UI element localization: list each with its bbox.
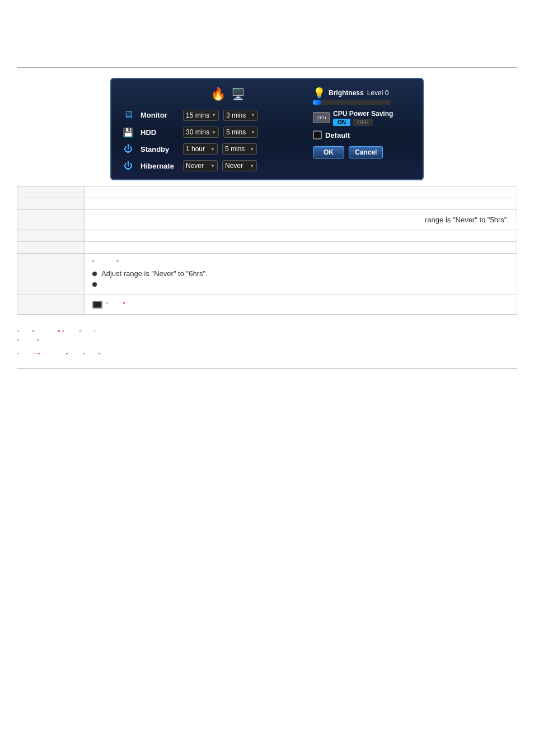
table-row [17, 242, 517, 254]
power-settings-panel: 🔥 🖥️ 🖥 Monitor 15 mins ▼ 3 mins ▼ 💾 [110, 78, 424, 180]
row2-value [85, 198, 517, 210]
power-left-column: 🔥 🖥️ 🖥 Monitor 15 mins ▼ 3 mins ▼ 💾 [120, 87, 302, 171]
monitor-row: 🖥 Monitor 15 mins ▼ 3 mins ▼ [120, 109, 302, 121]
content-table: range is "Never" to "5hrs". " " [17, 186, 517, 315]
bottom-spacer-small [17, 347, 517, 352]
row6-text1 [96, 259, 115, 266]
bullet-item-1: Adjust range is "Never" to "6hrs". [92, 269, 509, 278]
ok-button[interactable]: OK [313, 146, 344, 158]
bottom-line3: " " " " " " [17, 352, 517, 358]
row4-value [85, 230, 517, 242]
cancel-button[interactable]: Cancel [349, 146, 383, 158]
brightness-section: 💡 Brightness Level 0 [313, 87, 414, 105]
row7-value: " " [85, 295, 517, 315]
table-row [17, 230, 517, 242]
monitor-icon: 🖥 [120, 109, 136, 121]
hdd-col2-dropdown[interactable]: 5 mins ▼ [223, 127, 258, 138]
brightness-label: Brightness [329, 89, 364, 97]
standby-col1-arrow: ▼ [210, 147, 215, 152]
standby-icon: ⏻ [120, 144, 136, 154]
row7-quote2: " [123, 302, 125, 308]
bottom-notes: " " " " " " " " " " " " " " [0, 325, 534, 363]
buttons-row: OK Cancel [313, 146, 414, 158]
row1-label [17, 186, 85, 198]
hdd-col2-value: 5 mins [226, 128, 246, 136]
monitor-col2-dropdown[interactable]: 3 mins ▼ [223, 110, 258, 121]
bullet-list: Adjust range is "Never" to "6hrs". [92, 269, 509, 287]
hdd-col1-dropdown[interactable]: 30 mins ▼ [183, 127, 219, 138]
cpu-toggle-on[interactable]: ON [333, 119, 350, 126]
bottom-line2: " " [17, 338, 517, 345]
row7-quote1: " [106, 302, 108, 308]
row7-label [17, 295, 85, 315]
monitor-label: Monitor [140, 111, 179, 119]
row6-quotes1: " [92, 260, 95, 266]
standby-col1-value: 1 hour [186, 145, 205, 153]
row2-label [17, 198, 85, 210]
standby-label: Standby [140, 145, 179, 153]
hdd-col1-arrow: ▼ [212, 130, 216, 135]
cpu-icon: CPU [313, 112, 330, 123]
cpu-info: CPU Power Saving ON OFF [333, 109, 393, 126]
table-row: " " [17, 295, 517, 315]
monitor-col2-arrow: ▼ [251, 113, 255, 118]
flame-icon: 🔥 [210, 87, 226, 101]
table-row: range is "Never" to "5hrs". [17, 210, 517, 230]
standby-row: ⏻ Standby 1 hour ▼ 5 mins ▼ [120, 143, 302, 155]
small-monitor-icon [92, 301, 102, 309]
row1-value [85, 186, 517, 198]
row6-quotes2: " [116, 260, 119, 266]
standby-col1-dropdown[interactable]: 1 hour ▼ [183, 143, 218, 155]
cpu-label: CPU Power Saving [333, 110, 393, 118]
table-row: " " Adjust range is "Never" to "6hrs". [17, 254, 517, 295]
brightness-icon: 💡 [313, 87, 325, 99]
brightness-bar-fill [313, 100, 321, 105]
hibernate-icon: ⏻ [120, 161, 136, 171]
monitor-col1-dropdown[interactable]: 15 mins ▼ [183, 110, 219, 121]
default-checkbox[interactable] [313, 130, 322, 139]
bottom-spacer [0, 369, 534, 403]
hdd-label: HDD [140, 128, 179, 137]
default-row[interactable]: Default [313, 130, 414, 139]
row3-value: range is "Never" to "5hrs". [85, 210, 517, 230]
monitor-col1-arrow: ▼ [212, 113, 216, 118]
top-icons-row: 🔥 🖥️ [120, 87, 302, 101]
bullet-text-1: Adjust range is "Never" to "6hrs". [101, 269, 208, 278]
hibernate-col1-value: Never [186, 162, 204, 170]
row6-label [17, 254, 85, 295]
cpu-section: CPU CPU Power Saving ON OFF [313, 109, 414, 126]
bottom-line1: " " " " " " [17, 329, 517, 336]
monitor-top-icon: 🖥️ [231, 87, 245, 101]
bullet-dot-1 [92, 272, 97, 276]
brightness-bar-container[interactable] [313, 100, 391, 105]
hdd-col1-value: 30 mins [186, 128, 209, 136]
cpu-toggle-off[interactable]: OFF [353, 119, 373, 126]
hdd-row: 💾 HDD 30 mins ▼ 5 mins ▼ [120, 127, 302, 138]
hibernate-col2-dropdown[interactable]: Never ▼ [222, 160, 257, 171]
row4-label [17, 230, 85, 242]
hibernate-label: Hibernate [140, 162, 179, 170]
bullet-item-2 [92, 280, 509, 287]
standby-col2-arrow: ▼ [250, 147, 254, 152]
hibernate-col1-dropdown[interactable]: Never ▼ [183, 160, 218, 171]
panel-section: 🔥 🖥️ 🖥 Monitor 15 mins ▼ 3 mins ▼ 💾 [0, 68, 534, 325]
row3-label [17, 210, 85, 230]
hdd-icon: 💾 [120, 127, 136, 138]
monitor-col1-value: 15 mins [186, 111, 209, 119]
hibernate-col1-arrow: ▼ [210, 164, 215, 169]
top-spacer [0, 0, 534, 67]
bullet-dot-2 [92, 282, 97, 287]
standby-col2-dropdown[interactable]: 5 mins ▼ [222, 143, 257, 155]
hdd-col2-arrow: ▼ [251, 130, 255, 135]
hibernate-col2-value: Never [225, 162, 243, 170]
default-label: Default [325, 131, 350, 139]
standby-col2-value: 5 mins [225, 145, 245, 153]
power-right-column: 💡 Brightness Level 0 CPU CPU Power Savin… [313, 87, 414, 158]
monitor-col2-value: 3 mins [226, 111, 246, 119]
row7-text [111, 301, 120, 308]
table-row [17, 186, 517, 198]
row5-label [17, 242, 85, 254]
row5-value [85, 242, 517, 254]
table-row [17, 198, 517, 210]
hibernate-row: ⏻ Hibernate Never ▼ Never ▼ [120, 160, 302, 171]
